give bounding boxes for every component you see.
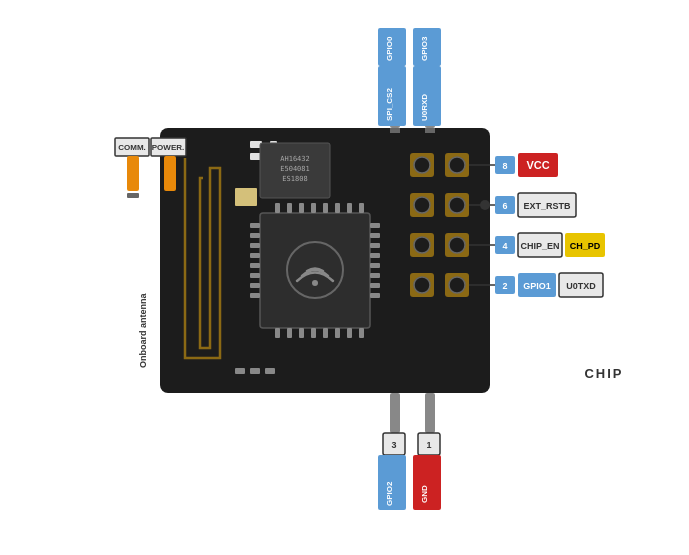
svg-point-52 xyxy=(414,197,430,213)
svg-rect-4 xyxy=(235,188,257,206)
svg-rect-117 xyxy=(127,193,139,198)
svg-point-63 xyxy=(449,277,465,293)
svg-text:GND: GND xyxy=(420,485,429,503)
svg-rect-41 xyxy=(359,203,364,213)
svg-text:GPIO1: GPIO1 xyxy=(523,281,551,291)
svg-text:4: 4 xyxy=(502,241,507,251)
svg-rect-19 xyxy=(370,233,380,238)
svg-point-57 xyxy=(414,237,430,253)
svg-rect-38 xyxy=(323,203,328,213)
svg-rect-22 xyxy=(370,263,380,268)
svg-text:SPI_CS2: SPI_CS2 xyxy=(385,87,394,120)
svg-text:8: 8 xyxy=(502,161,507,171)
svg-text:AH16432: AH16432 xyxy=(280,155,310,163)
svg-rect-28 xyxy=(299,328,304,338)
svg-rect-11 xyxy=(250,233,260,238)
svg-text:GPIO2: GPIO2 xyxy=(385,480,394,505)
diagram-svg: AH16432 E504081 ES1808 xyxy=(65,28,625,528)
svg-text:GPIO0: GPIO0 xyxy=(385,35,394,60)
svg-rect-27 xyxy=(287,328,292,338)
svg-rect-18 xyxy=(370,223,380,228)
svg-rect-12 xyxy=(250,243,260,248)
svg-rect-44 xyxy=(235,368,245,374)
svg-rect-13 xyxy=(250,253,260,258)
svg-rect-65 xyxy=(390,128,400,133)
svg-rect-31 xyxy=(335,328,340,338)
svg-point-50 xyxy=(449,157,465,173)
svg-rect-15 xyxy=(250,273,260,278)
svg-point-59 xyxy=(449,237,465,253)
svg-text:COMM.: COMM. xyxy=(118,143,146,152)
svg-text:CHIP: CHIP xyxy=(584,366,623,381)
svg-point-48 xyxy=(414,157,430,173)
svg-rect-69 xyxy=(425,393,435,433)
svg-text:1: 1 xyxy=(426,440,431,450)
svg-point-54 xyxy=(449,197,465,213)
svg-text:CHIP_EN: CHIP_EN xyxy=(520,241,559,251)
svg-text:POWER.: POWER. xyxy=(151,143,183,152)
svg-point-61 xyxy=(414,277,430,293)
svg-rect-16 xyxy=(250,283,260,288)
svg-text:2: 2 xyxy=(502,281,507,291)
svg-rect-24 xyxy=(370,283,380,288)
svg-rect-20 xyxy=(370,243,380,248)
svg-text:U0RXD: U0RXD xyxy=(420,93,429,120)
svg-text:EXT_RSTB: EXT_RSTB xyxy=(523,201,571,211)
svg-rect-40 xyxy=(347,203,352,213)
svg-rect-25 xyxy=(370,293,380,298)
svg-rect-46 xyxy=(265,368,275,374)
svg-rect-35 xyxy=(287,203,292,213)
svg-rect-67 xyxy=(425,128,435,133)
svg-text:3: 3 xyxy=(391,440,396,450)
svg-text:Onboard antenna: Onboard antenna xyxy=(138,292,148,367)
svg-rect-21 xyxy=(370,253,380,258)
svg-rect-32 xyxy=(347,328,352,338)
svg-text:E504081: E504081 xyxy=(280,165,310,173)
svg-rect-30 xyxy=(323,328,328,338)
svg-rect-26 xyxy=(275,328,280,338)
svg-text:6: 6 xyxy=(502,201,507,211)
svg-rect-37 xyxy=(311,203,316,213)
svg-rect-23 xyxy=(370,273,380,278)
svg-text:VCC: VCC xyxy=(526,159,549,171)
svg-point-43 xyxy=(312,280,318,286)
svg-rect-39 xyxy=(335,203,340,213)
svg-rect-17 xyxy=(250,293,260,298)
svg-rect-33 xyxy=(359,328,364,338)
diagram-container: AH16432 E504081 ES1808 xyxy=(65,28,625,528)
svg-rect-14 xyxy=(250,263,260,268)
svg-text:CH_PD: CH_PD xyxy=(569,241,600,251)
svg-text:U0TXD: U0TXD xyxy=(566,281,596,291)
svg-rect-68 xyxy=(390,393,400,433)
svg-rect-10 xyxy=(250,223,260,228)
svg-rect-120 xyxy=(164,156,176,191)
svg-rect-34 xyxy=(275,203,280,213)
svg-rect-36 xyxy=(299,203,304,213)
svg-rect-116 xyxy=(127,156,139,191)
svg-text:GPIO3: GPIO3 xyxy=(420,35,429,60)
svg-rect-45 xyxy=(250,368,260,374)
svg-rect-29 xyxy=(311,328,316,338)
svg-text:ES1808: ES1808 xyxy=(282,175,307,183)
